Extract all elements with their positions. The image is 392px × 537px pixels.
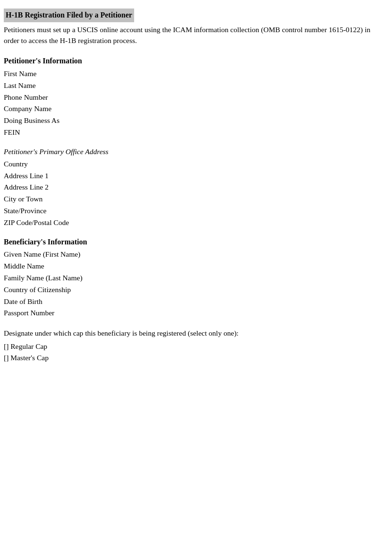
petitioner-heading: Petitioner's Information [4, 55, 383, 67]
field-country-of-citizenship: Country of Citizenship [4, 284, 383, 296]
beneficiary-section: Beneficiary's Information Given Name (Fi… [4, 236, 383, 320]
address-heading: Petitioner's Primary Office Address [4, 146, 383, 157]
field-zip-postal: ZIP Code/Postal Code [4, 217, 383, 229]
designate-text: Designate under which cap this beneficia… [4, 328, 383, 338]
address-fields: Country Address Line 1 Address Line 2 Ci… [4, 158, 383, 229]
cap-regular[interactable]: [] Regular Cap [4, 341, 383, 353]
field-passport-number: Passport Number [4, 307, 383, 319]
cap-options: [] Regular Cap [] Master's Cap [4, 341, 383, 364]
field-country: Country [4, 158, 383, 170]
field-middle-name: Middle Name [4, 260, 383, 272]
field-first-name: First Name [4, 68, 383, 80]
field-address-line-2: Address Line 2 [4, 182, 383, 193]
field-fein: FEIN [4, 127, 383, 139]
field-address-line-1: Address Line 1 [4, 170, 383, 182]
field-state-province: State/Province [4, 205, 383, 217]
petitioner-section: Petitioner's Information First Name Last… [4, 55, 383, 139]
beneficiary-heading: Beneficiary's Information [4, 236, 383, 248]
petitioner-fields: First Name Last Name Phone Number Compan… [4, 68, 383, 139]
field-last-name: Last Name [4, 80, 383, 92]
field-date-of-birth: Date of Birth [4, 296, 383, 308]
field-phone-number: Phone Number [4, 92, 383, 104]
cap-masters[interactable]: [] Master's Cap [4, 352, 383, 364]
page-title: H-1B Registration Filed by a Petitioner [4, 9, 134, 22]
field-company-name: Company Name [4, 103, 383, 115]
cap-section: Designate under which cap this beneficia… [4, 328, 383, 364]
field-doing-business-as: Doing Business As [4, 115, 383, 127]
field-city-or-town: City or Town [4, 193, 383, 205]
address-section: Petitioner's Primary Office Address Coun… [4, 146, 383, 229]
field-family-name: Family Name (Last Name) [4, 272, 383, 284]
beneficiary-fields: Given Name (First Name) Middle Name Fami… [4, 249, 383, 319]
field-given-name: Given Name (First Name) [4, 249, 383, 260]
intro-text: Petitioners must set up a USCIS online a… [4, 24, 383, 46]
